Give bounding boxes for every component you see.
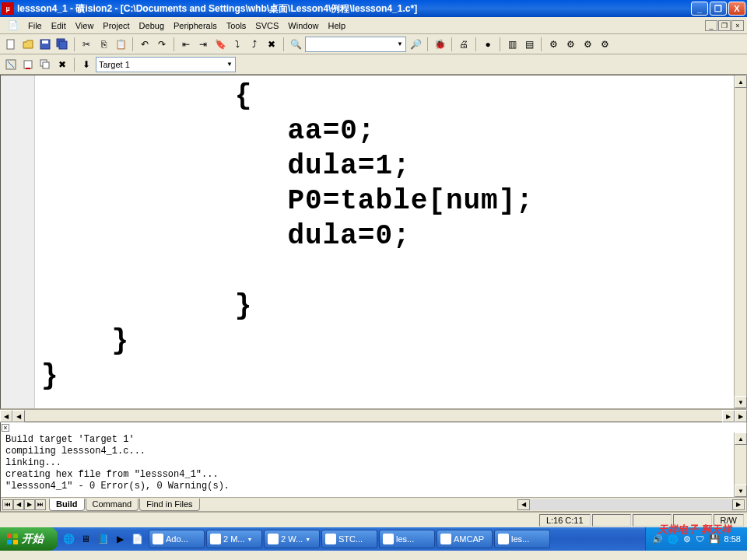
menu-project[interactable]: Project (98, 19, 134, 32)
status-empty1 (592, 514, 631, 527)
scroll-left-icon[interactable]: ◀ (0, 410, 12, 422)
menu-peripherals[interactable]: Peripherals (169, 19, 222, 32)
window-title: lessson4_1 - 礦ision2 - [C:\Documents and… (17, 2, 691, 16)
svg-rect-11 (7, 540, 12, 544)
scroll-left2-icon[interactable]: ◀ (12, 410, 25, 422)
quick-launch-app-icon[interactable]: 📘 (95, 530, 110, 548)
bookmark-next-icon[interactable]: ⤵ (230, 37, 245, 52)
copy-icon[interactable]: ⎘ (96, 37, 111, 52)
editor-text[interactable]: { aa=0; dula=1; P0=table[num]; dula=0; }… (35, 75, 734, 408)
download-icon[interactable]: ⬇ (79, 57, 94, 72)
tab-find-in-files[interactable]: Find in Files (139, 499, 199, 511)
menu-debug[interactable]: Debug (135, 19, 169, 32)
output-scroll-down-icon[interactable]: ▼ (735, 485, 747, 497)
scroll-down-icon[interactable]: ▼ (735, 396, 747, 408)
output-vertical-scrollbar[interactable]: ▲ ▼ (734, 432, 746, 497)
find-combo[interactable]: ▼ (305, 37, 406, 52)
tool1-icon[interactable]: ⚙ (545, 37, 561, 52)
scroll-up-icon[interactable]: ▲ (735, 75, 747, 88)
taskbar-item[interactable]: 2 M...▼ (206, 530, 262, 548)
new-file-icon[interactable] (3, 37, 19, 52)
menu-view[interactable]: View (71, 19, 99, 32)
tab-build[interactable]: Build (49, 499, 85, 511)
tab-nav-prev-icon[interactable]: ◀ (13, 499, 24, 510)
build-icon[interactable] (20, 57, 36, 72)
window-titlebar: µ lessson4_1 - 礦ision2 - [C:\Documents a… (0, 0, 747, 17)
quick-launch-ie-icon[interactable]: 🌐 (61, 530, 76, 548)
minimize-button[interactable]: _ (691, 2, 708, 16)
indent-right-icon[interactable]: ⇥ (195, 37, 211, 52)
cut-icon[interactable]: ✂ (79, 37, 94, 52)
taskbar-item[interactable]: AMCAP (437, 530, 493, 548)
editor-gutter (1, 75, 35, 408)
menu-svcs[interactable]: SVCS (251, 19, 283, 32)
translate-icon[interactable] (3, 57, 19, 72)
mdi-restore-button[interactable]: ❐ (718, 20, 731, 31)
quick-launch-desktop-icon[interactable]: 🖥 (78, 530, 93, 548)
tab-command[interactable]: Command (86, 499, 139, 511)
save-icon[interactable] (37, 37, 53, 52)
app-icon: µ (2, 2, 14, 15)
tab-nav-first-icon[interactable]: ⏮ (2, 499, 13, 510)
save-all-icon[interactable] (54, 37, 70, 52)
output-hscroll-right-icon[interactable]: ▶ (732, 499, 745, 510)
editor-horizontal-scrollbar[interactable]: ◀ ◀ ▶ ▶ (0, 409, 747, 422)
output-text[interactable]: Build target 'Target 1' compiling lessso… (1, 432, 734, 497)
windows-taskbar: 开始 🌐 🖥 📘 ▶ 📄 Ado... 2 M...▼ 2 W...▼ STC.… (0, 527, 747, 551)
output-pane: × Build target 'Target 1' compiling less… (0, 422, 747, 512)
taskbar-item[interactable]: Ado... (149, 530, 205, 548)
scroll-right2-icon[interactable]: ▶ (735, 410, 747, 422)
paste-icon[interactable]: 📋 (113, 37, 128, 52)
output-scroll-up-icon[interactable]: ▲ (735, 432, 747, 445)
taskbar-item[interactable]: 2 W...▼ (264, 530, 320, 548)
menu-file[interactable]: File (23, 19, 47, 32)
svg-rect-9 (7, 534, 12, 538)
indent-left-icon[interactable]: ⇤ (178, 37, 194, 52)
quick-launch-doc-icon[interactable]: 📄 (129, 530, 145, 548)
menu-help[interactable]: Help (323, 19, 350, 32)
taskbar-item[interactable]: les... (494, 530, 550, 548)
output-close-button[interactable]: × (2, 424, 9, 432)
tab-nav-last-icon[interactable]: ⏭ (35, 499, 46, 510)
undo-icon[interactable]: ↶ (137, 37, 153, 52)
find-in-files-icon[interactable]: 🔍 (288, 37, 303, 52)
menubar: 📄 File Edit View Project Debug Periphera… (0, 17, 747, 34)
breakpoint-icon[interactable]: ● (480, 37, 496, 52)
redo-icon[interactable]: ↷ (154, 37, 170, 52)
windows-logo-icon (6, 533, 19, 545)
rebuild-icon[interactable] (37, 57, 53, 72)
open-file-icon[interactable] (20, 37, 36, 52)
scroll-right-icon[interactable]: ▶ (722, 410, 735, 422)
output-window-icon[interactable]: ▤ (521, 37, 537, 52)
code-editor[interactable]: { aa=0; dula=1; P0=table[num]; dula=0; }… (0, 75, 747, 409)
project-window-icon[interactable]: ▥ (504, 37, 520, 52)
start-button[interactable]: 开始 (0, 527, 58, 551)
editor-vertical-scrollbar[interactable]: ▲ ▼ (734, 75, 746, 408)
svg-rect-0 (7, 40, 14, 49)
tool2-icon[interactable]: ⚙ (563, 37, 578, 52)
menu-tools[interactable]: Tools (222, 19, 251, 32)
mdi-minimize-button[interactable]: _ (705, 20, 717, 31)
menu-edit[interactable]: Edit (47, 19, 71, 32)
mdi-close-button[interactable]: × (731, 20, 744, 31)
bookmark-icon[interactable]: 🔖 (212, 37, 228, 52)
debug-icon[interactable]: 🐞 (432, 37, 447, 52)
taskbar-item[interactable]: STC... (321, 530, 377, 548)
maximize-button[interactable]: ❐ (710, 2, 727, 16)
tool4-icon[interactable]: ⚙ (597, 37, 612, 52)
bookmark-prev-icon[interactable]: ⤴ (247, 37, 262, 52)
mdi-doc-icon[interactable]: 📄 (3, 19, 23, 32)
tab-nav-next-icon[interactable]: ▶ (24, 499, 35, 510)
menu-window[interactable]: Window (283, 19, 323, 32)
target-combo[interactable]: Target 1▼ (96, 57, 236, 72)
print-icon[interactable]: 🖨 (456, 37, 472, 52)
tool3-icon[interactable]: ⚙ (580, 37, 595, 52)
close-button[interactable]: X (728, 2, 745, 16)
output-hscroll-left-icon[interactable]: ◀ (517, 499, 530, 510)
watermark-text: 天祥电子 郭天祥 (658, 523, 731, 537)
taskbar-item[interactable]: les... (379, 530, 435, 548)
stop-build-icon[interactable]: ✖ (54, 57, 70, 72)
bookmark-clear-icon[interactable]: ✖ (264, 37, 279, 52)
quick-launch-player-icon[interactable]: ▶ (112, 530, 128, 548)
find-icon[interactable]: 🔎 (408, 37, 423, 52)
